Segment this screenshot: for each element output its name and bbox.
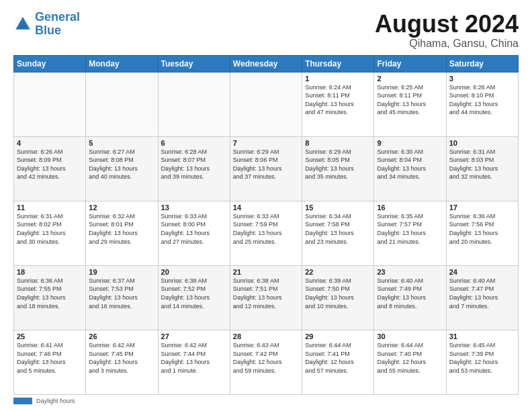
day-number: 16 bbox=[377, 203, 443, 212]
day-info: Sunrise: 6:32 AM Sunset: 8:01 PM Dayligh… bbox=[89, 212, 154, 246]
logo-line1: General bbox=[35, 10, 80, 24]
subtitle: Qihama, Gansu, China bbox=[375, 38, 519, 50]
day-number: 10 bbox=[449, 139, 515, 147]
calendar-cell: 20Sunrise: 6:38 AM Sunset: 7:52 PM Dayli… bbox=[158, 265, 230, 330]
day-info: Sunrise: 6:31 AM Sunset: 8:02 PM Dayligh… bbox=[17, 212, 83, 246]
col-sunday: Sunday bbox=[14, 55, 86, 72]
day-info: Sunrise: 6:24 AM Sunset: 8:11 PM Dayligh… bbox=[305, 83, 371, 117]
day-number: 28 bbox=[233, 332, 299, 340]
calendar-cell: 18Sunrise: 6:36 AM Sunset: 7:55 PM Dayli… bbox=[14, 265, 86, 330]
day-number: 20 bbox=[161, 268, 227, 276]
calendar-cell: 22Sunrise: 6:39 AM Sunset: 7:50 PM Dayli… bbox=[302, 265, 374, 330]
calendar-cell: 9Sunrise: 6:30 AM Sunset: 8:04 PM Daylig… bbox=[374, 136, 446, 201]
col-saturday: Saturday bbox=[446, 55, 518, 72]
col-monday: Monday bbox=[86, 55, 158, 72]
calendar-cell: 25Sunrise: 6:41 AM Sunset: 7:46 PM Dayli… bbox=[14, 330, 86, 394]
col-wednesday: Wednesday bbox=[230, 55, 302, 72]
day-info: Sunrise: 6:27 AM Sunset: 8:08 PM Dayligh… bbox=[89, 148, 154, 181]
day-number: 3 bbox=[449, 75, 515, 83]
day-number: 12 bbox=[89, 203, 154, 212]
day-info: Sunrise: 6:31 AM Sunset: 8:03 PM Dayligh… bbox=[449, 148, 515, 181]
calendar-cell: 1Sunrise: 6:24 AM Sunset: 8:11 PM Daylig… bbox=[302, 72, 374, 136]
calendar-cell: 30Sunrise: 6:44 AM Sunset: 7:40 PM Dayli… bbox=[374, 330, 446, 394]
calendar-cell: 31Sunrise: 6:45 AM Sunset: 7:39 PM Dayli… bbox=[446, 330, 518, 394]
calendar-cell: 23Sunrise: 6:40 AM Sunset: 7:49 PM Dayli… bbox=[374, 265, 446, 330]
day-info: Sunrise: 6:42 AM Sunset: 7:45 PM Dayligh… bbox=[89, 341, 154, 375]
calendar-cell: 10Sunrise: 6:31 AM Sunset: 8:03 PM Dayli… bbox=[446, 136, 518, 201]
logo: General Blue bbox=[13, 11, 80, 38]
day-number: 24 bbox=[449, 268, 515, 276]
calendar-week-2: 4Sunrise: 6:26 AM Sunset: 8:09 PM Daylig… bbox=[14, 136, 519, 201]
calendar-cell: 16Sunrise: 6:35 AM Sunset: 7:57 PM Dayli… bbox=[374, 201, 446, 265]
col-tuesday: Tuesday bbox=[158, 55, 230, 72]
logo-line2: Blue bbox=[35, 24, 61, 37]
calendar-cell: 17Sunrise: 6:36 AM Sunset: 7:56 PM Dayli… bbox=[446, 201, 518, 265]
day-info: Sunrise: 6:29 AM Sunset: 8:05 PM Dayligh… bbox=[305, 148, 371, 181]
day-info: Sunrise: 6:40 AM Sunset: 7:47 PM Dayligh… bbox=[449, 277, 515, 310]
day-info: Sunrise: 6:26 AM Sunset: 8:09 PM Dayligh… bbox=[17, 148, 83, 181]
day-info: Sunrise: 6:43 AM Sunset: 7:42 PM Dayligh… bbox=[233, 341, 299, 375]
day-info: Sunrise: 6:45 AM Sunset: 7:39 PM Dayligh… bbox=[449, 341, 515, 375]
day-info: Sunrise: 6:36 AM Sunset: 7:55 PM Dayligh… bbox=[17, 277, 83, 310]
day-number: 31 bbox=[449, 332, 515, 340]
day-info: Sunrise: 6:28 AM Sunset: 8:07 PM Dayligh… bbox=[161, 148, 227, 181]
day-info: Sunrise: 6:35 AM Sunset: 7:57 PM Dayligh… bbox=[377, 212, 443, 246]
calendar-cell bbox=[230, 72, 302, 136]
footer-swatch bbox=[13, 398, 32, 404]
logo-icon bbox=[13, 15, 32, 34]
calendar-week-4: 18Sunrise: 6:36 AM Sunset: 7:55 PM Dayli… bbox=[14, 265, 519, 330]
day-number: 15 bbox=[305, 203, 371, 212]
col-friday: Friday bbox=[374, 55, 446, 72]
calendar-cell: 4Sunrise: 6:26 AM Sunset: 8:09 PM Daylig… bbox=[14, 136, 86, 201]
day-number: 14 bbox=[233, 203, 299, 212]
day-number: 17 bbox=[449, 203, 515, 212]
calendar-cell: 8Sunrise: 6:29 AM Sunset: 8:05 PM Daylig… bbox=[302, 136, 374, 201]
day-info: Sunrise: 6:40 AM Sunset: 7:49 PM Dayligh… bbox=[377, 277, 443, 310]
day-info: Sunrise: 6:34 AM Sunset: 7:58 PM Dayligh… bbox=[305, 212, 371, 246]
day-number: 5 bbox=[89, 139, 154, 147]
day-number: 13 bbox=[161, 203, 227, 212]
header: General Blue August 2024 Qihama, Gansu, … bbox=[13, 11, 519, 50]
day-info: Sunrise: 6:25 AM Sunset: 8:11 PM Dayligh… bbox=[377, 83, 443, 117]
day-info: Sunrise: 6:39 AM Sunset: 7:50 PM Dayligh… bbox=[305, 277, 371, 310]
day-info: Sunrise: 6:38 AM Sunset: 7:51 PM Dayligh… bbox=[233, 277, 299, 310]
calendar-week-1: 1Sunrise: 6:24 AM Sunset: 8:11 PM Daylig… bbox=[14, 72, 519, 136]
calendar-cell: 7Sunrise: 6:29 AM Sunset: 8:06 PM Daylig… bbox=[230, 136, 302, 201]
day-info: Sunrise: 6:41 AM Sunset: 7:46 PM Dayligh… bbox=[17, 341, 83, 375]
day-number: 9 bbox=[377, 139, 443, 147]
calendar-cell: 28Sunrise: 6:43 AM Sunset: 7:42 PM Dayli… bbox=[230, 330, 302, 394]
day-number: 26 bbox=[89, 332, 154, 340]
calendar-header-row: Sunday Monday Tuesday Wednesday Thursday… bbox=[14, 55, 519, 72]
day-info: Sunrise: 6:29 AM Sunset: 8:06 PM Dayligh… bbox=[233, 148, 299, 181]
calendar-cell: 19Sunrise: 6:37 AM Sunset: 7:53 PM Dayli… bbox=[86, 265, 158, 330]
calendar-cell: 5Sunrise: 6:27 AM Sunset: 8:08 PM Daylig… bbox=[86, 136, 158, 201]
calendar-cell: 21Sunrise: 6:38 AM Sunset: 7:51 PM Dayli… bbox=[230, 265, 302, 330]
calendar-cell bbox=[14, 72, 86, 136]
footer-label: Daylight hours bbox=[36, 398, 75, 404]
calendar-cell: 6Sunrise: 6:28 AM Sunset: 8:07 PM Daylig… bbox=[158, 136, 230, 201]
day-number: 8 bbox=[305, 139, 371, 147]
calendar-cell: 27Sunrise: 6:42 AM Sunset: 7:44 PM Dayli… bbox=[158, 330, 230, 394]
calendar-cell: 3Sunrise: 6:26 AM Sunset: 8:10 PM Daylig… bbox=[446, 72, 518, 136]
calendar-cell: 14Sunrise: 6:33 AM Sunset: 7:59 PM Dayli… bbox=[230, 201, 302, 265]
day-info: Sunrise: 6:30 AM Sunset: 8:04 PM Dayligh… bbox=[377, 148, 443, 181]
day-number: 1 bbox=[305, 75, 371, 83]
day-info: Sunrise: 6:36 AM Sunset: 7:56 PM Dayligh… bbox=[449, 212, 515, 246]
day-info: Sunrise: 6:44 AM Sunset: 7:41 PM Dayligh… bbox=[305, 341, 371, 375]
day-number: 22 bbox=[305, 268, 371, 276]
day-number: 23 bbox=[377, 268, 443, 276]
calendar-cell: 26Sunrise: 6:42 AM Sunset: 7:45 PM Dayli… bbox=[86, 330, 158, 394]
day-number: 7 bbox=[233, 139, 299, 147]
day-info: Sunrise: 6:26 AM Sunset: 8:10 PM Dayligh… bbox=[449, 83, 515, 117]
calendar-cell bbox=[86, 72, 158, 136]
day-number: 27 bbox=[161, 332, 227, 340]
day-number: 25 bbox=[17, 332, 83, 340]
day-info: Sunrise: 6:33 AM Sunset: 8:00 PM Dayligh… bbox=[161, 212, 227, 246]
day-number: 30 bbox=[377, 332, 443, 340]
page: General Blue August 2024 Qihama, Gansu, … bbox=[0, 0, 532, 411]
day-info: Sunrise: 6:44 AM Sunset: 7:40 PM Dayligh… bbox=[377, 341, 443, 375]
day-number: 4 bbox=[17, 139, 83, 147]
day-info: Sunrise: 6:33 AM Sunset: 7:59 PM Dayligh… bbox=[233, 212, 299, 246]
calendar-cell: 15Sunrise: 6:34 AM Sunset: 7:58 PM Dayli… bbox=[302, 201, 374, 265]
calendar-cell: 29Sunrise: 6:44 AM Sunset: 7:41 PM Dayli… bbox=[302, 330, 374, 394]
